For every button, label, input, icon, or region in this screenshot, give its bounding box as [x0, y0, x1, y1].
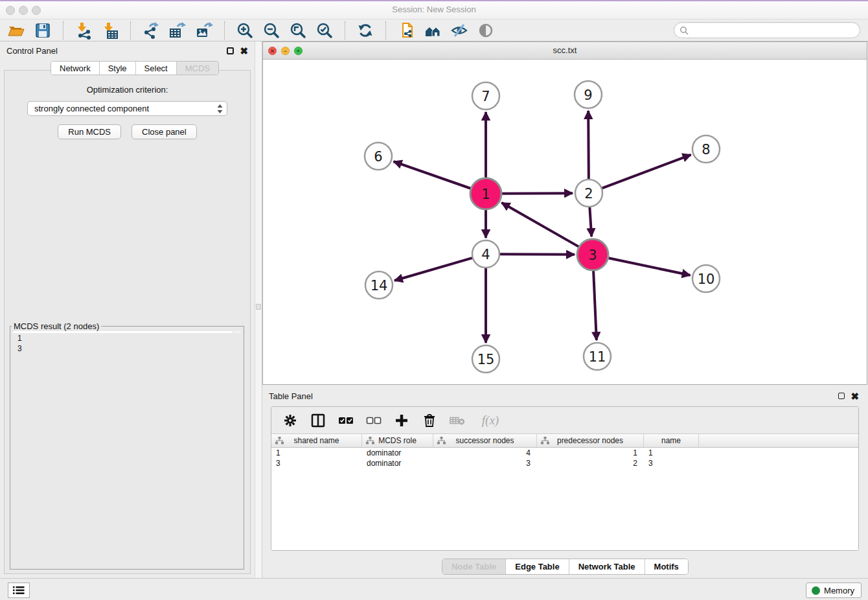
mcds-panel: Optimization criterion: strongly connect… — [4, 70, 251, 574]
cell-successor-nodes[interactable]: 4 — [433, 448, 537, 458]
export-table-icon[interactable] — [168, 21, 187, 40]
zoom-in-icon[interactable] — [235, 21, 255, 40]
mcds-result-textarea[interactable]: 1 3 — [13, 331, 241, 333]
add-column-icon[interactable] — [394, 413, 409, 428]
network-close-button[interactable]: ✕ — [268, 47, 277, 55]
close-panel-icon[interactable]: ✖ — [240, 47, 248, 54]
tab-style[interactable]: Style — [100, 62, 136, 75]
show-all-eye-icon[interactable] — [476, 21, 496, 40]
cell-predecessor-nodes[interactable]: 1 — [537, 448, 644, 458]
network-window-titlebar[interactable]: ✕ − + scc.txt — [263, 42, 867, 60]
result-line: 1 — [17, 333, 241, 343]
graph-node-label: 6 — [374, 149, 382, 165]
panel-divider[interactable] — [255, 41, 262, 578]
graph-edge-3-1[interactable] — [501, 203, 578, 247]
tab-network-table[interactable]: Network Table — [569, 559, 645, 574]
column-header-shared-name[interactable]: shared name — [271, 434, 362, 447]
graph-edge-1-2[interactable] — [502, 193, 573, 194]
deselect-all-checkboxes-icon[interactable] — [366, 413, 382, 428]
close-panel-button[interactable]: Close panel — [131, 124, 197, 139]
optimization-criterion-select[interactable]: strongly connected component — [27, 101, 227, 116]
open-session-icon[interactable] — [6, 21, 26, 40]
graph-edge-2-3[interactable] — [589, 207, 591, 237]
toolbar-separator — [224, 21, 225, 40]
graph-edge-1-6[interactable] — [394, 161, 471, 189]
graph-edge-4-14[interactable] — [394, 258, 472, 281]
graph-node-label: 9 — [584, 87, 592, 103]
refresh-view-icon[interactable] — [356, 21, 375, 40]
close-table-panel-icon[interactable]: ✖ — [851, 393, 859, 400]
zoom-fit-icon[interactable] — [288, 21, 308, 40]
cell-name[interactable]: 3 — [644, 458, 699, 468]
cell-mcds-role[interactable]: dominator — [362, 458, 433, 468]
tab-edge-table[interactable]: Edge Table — [506, 559, 569, 574]
network-canvas[interactable]: 7968124314101511 — [263, 60, 867, 384]
tab-node-table[interactable]: Node Table — [442, 559, 506, 574]
run-mcds-button[interactable]: Run MCDS — [58, 124, 121, 139]
cell-name[interactable]: 1 — [644, 448, 699, 458]
table-row[interactable]: 1 dominator 4 1 1 — [271, 448, 858, 458]
import-table-icon[interactable] — [100, 21, 120, 40]
cell-predecessor-nodes[interactable]: 2 — [537, 458, 644, 468]
control-panel-title: Control Panel — [6, 46, 58, 56]
graph-node-label: 14 — [371, 278, 388, 294]
hide-selected-eye-icon[interactable] — [450, 21, 469, 40]
tab-mcds[interactable]: MCDS — [177, 62, 218, 75]
tab-motifs[interactable]: Motifs — [645, 559, 688, 574]
graph-edge-2-8[interactable] — [602, 155, 691, 188]
memory-button[interactable]: Memory — [806, 583, 862, 598]
function-builder-icon[interactable]: f(x) — [477, 413, 503, 428]
result-scrollbar[interactable] — [233, 331, 241, 333]
float-panel-icon[interactable] — [227, 47, 234, 54]
graph-node-label: 2 — [584, 186, 593, 202]
zoom-out-icon[interactable] — [262, 21, 281, 40]
list-icon — [13, 586, 25, 595]
table-toolbar: f(x) — [271, 407, 858, 434]
network-minimize-button[interactable]: − — [281, 47, 290, 55]
delete-table-icon[interactable] — [450, 413, 465, 428]
cell-mcds-role[interactable]: dominator — [362, 448, 433, 458]
select-all-checkboxes-icon[interactable] — [338, 413, 354, 428]
export-image-icon[interactable] — [194, 21, 214, 40]
search-field[interactable] — [674, 22, 860, 38]
control-panel: Control Panel ✖ Network Style Select MCD… — [0, 41, 255, 578]
column-header-predecessor-nodes[interactable]: predecessor nodes — [537, 434, 644, 447]
column-header-mcds-role[interactable]: MCDS role — [362, 434, 433, 447]
mcds-result-fieldset: MCDS result (2 nodes) 1 3 — [10, 321, 244, 570]
column-label: shared name — [293, 436, 339, 445]
graph-edge-2-9[interactable] — [588, 111, 589, 179]
column-type-icon — [541, 437, 549, 444]
divider-grip-icon[interactable] — [256, 304, 261, 310]
tab-select[interactable]: Select — [136, 62, 177, 75]
save-session-icon[interactable] — [33, 21, 52, 40]
float-table-panel-icon[interactable] — [838, 393, 845, 399]
graph-edge-4-3[interactable] — [500, 254, 575, 255]
import-network-icon[interactable] — [74, 21, 93, 40]
export-network-icon[interactable] — [141, 21, 161, 40]
search-input[interactable] — [692, 24, 860, 37]
column-header-name[interactable]: name — [644, 434, 699, 447]
cell-successor-nodes[interactable]: 3 — [433, 458, 537, 468]
cell-shared-name[interactable]: 3 — [271, 458, 362, 468]
first-neighbors-icon[interactable] — [423, 21, 442, 40]
graph-edge-3-11[interactable] — [593, 271, 597, 340]
column-label: predecessor nodes — [557, 436, 623, 445]
graph-edge-3-10[interactable] — [608, 258, 690, 275]
memory-label: Memory — [824, 586, 854, 595]
mcds-result-title: MCDS result (2 nodes) — [12, 321, 101, 331]
zoom-selected-icon[interactable] — [315, 21, 334, 40]
dropdown-value: strongly connected component — [34, 104, 149, 113]
task-history-button[interactable] — [8, 583, 30, 598]
network-zoom-button[interactable]: + — [294, 47, 303, 55]
memory-status-icon — [812, 586, 820, 595]
table-panel: Table Panel ✖ — [262, 387, 868, 578]
cell-shared-name[interactable]: 1 — [271, 448, 362, 458]
tab-network[interactable]: Network — [51, 62, 100, 75]
graph-node-label: 8 — [702, 142, 710, 157]
column-header-successor-nodes[interactable]: successor nodes — [433, 434, 537, 447]
clone-network-icon[interactable] — [396, 21, 416, 40]
split-columns-icon[interactable] — [310, 413, 326, 428]
settings-gear-icon[interactable] — [282, 413, 298, 428]
table-row[interactable]: 3 dominator 3 2 3 — [271, 458, 858, 468]
delete-column-trash-icon[interactable] — [422, 413, 437, 428]
